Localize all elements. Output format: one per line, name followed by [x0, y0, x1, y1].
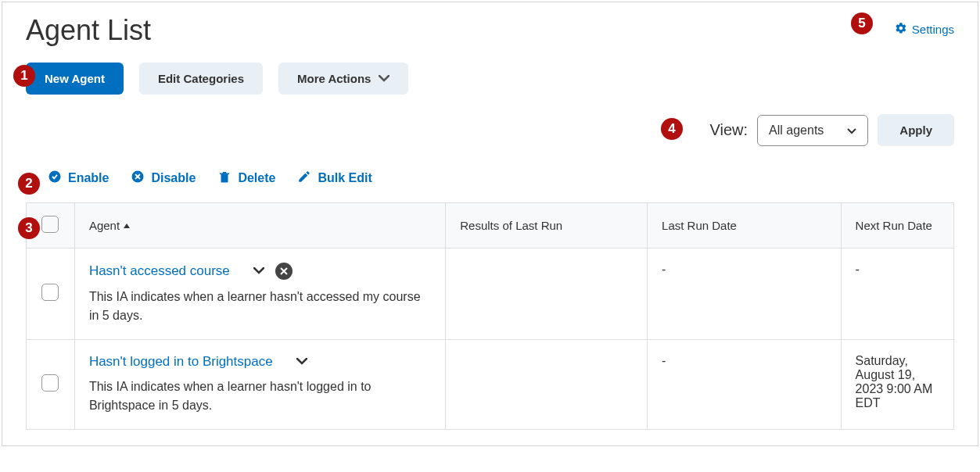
pencil-icon [297, 170, 311, 187]
apply-button[interactable]: Apply [878, 114, 954, 146]
chevron-down-icon [379, 72, 389, 85]
agent-name-link[interactable]: Hasn't logged in to Brightspace [89, 354, 273, 370]
x-circle-icon [131, 170, 145, 187]
chevron-down-icon[interactable] [253, 264, 264, 278]
view-label: View: [710, 121, 748, 139]
agent-description: This IA indicates when a learner hasn't … [89, 377, 431, 415]
enable-label: Enable [68, 171, 109, 185]
table-row: Hasn't accessed course This IA indicates… [27, 249, 954, 340]
bulk-edit-action[interactable]: Bulk Edit [297, 170, 372, 187]
select-all-checkbox[interactable] [41, 216, 59, 233]
annotation-badge-5: 5 [851, 13, 873, 34]
page-title: Agent List [26, 14, 151, 47]
annotation-badge-3: 3 [18, 217, 40, 239]
agents-table: Agent Results of Last Run Last Run Date … [26, 202, 954, 430]
new-agent-button[interactable]: New Agent [26, 63, 124, 95]
annotation-badge-1: 1 [13, 65, 35, 87]
bulk-edit-label: Bulk Edit [318, 171, 372, 185]
settings-label: Settings [912, 23, 954, 36]
settings-link[interactable]: Settings [895, 22, 954, 37]
cell-results [446, 340, 648, 430]
cell-next-run: - [841, 249, 953, 340]
enable-action[interactable]: Enable [48, 170, 109, 187]
agent-name-link[interactable]: Hasn't accessed course [89, 263, 230, 279]
annotation-badge-4: 4 [661, 118, 683, 140]
chevron-down-icon[interactable] [296, 355, 307, 369]
agent-description: This IA indicates when a learner hasn't … [89, 288, 431, 325]
gear-icon [895, 22, 907, 37]
cell-last-run: - [648, 340, 842, 430]
cell-last-run: - [648, 249, 842, 340]
disabled-icon [275, 263, 293, 280]
row-checkbox[interactable] [41, 374, 59, 392]
chevron-down-icon [847, 123, 856, 138]
column-header-last-run: Last Run Date [648, 203, 842, 249]
view-select[interactable]: All agents [757, 115, 868, 146]
table-row: Hasn't logged in to Brightspace This IA … [27, 340, 954, 430]
cell-results [446, 249, 648, 340]
column-header-agent[interactable]: Agent [89, 219, 120, 232]
delete-action[interactable]: Delete [217, 170, 275, 187]
disable-label: Disable [151, 171, 196, 185]
column-header-next-run: Next Run Date [841, 203, 953, 249]
column-header-results: Results of Last Run [446, 203, 648, 249]
disable-action[interactable]: Disable [131, 170, 196, 187]
sort-ascending-icon [123, 219, 131, 232]
edit-categories-button[interactable]: Edit Categories [139, 63, 263, 95]
view-selected-value: All agents [769, 123, 824, 138]
trash-icon [217, 170, 232, 187]
cell-next-run: Saturday, August 19, 2023 9:00 AM EDT [841, 340, 953, 430]
check-circle-icon [48, 170, 62, 187]
annotation-badge-2: 2 [18, 173, 40, 195]
more-actions-label: More Actions [297, 72, 371, 85]
delete-label: Delete [238, 171, 275, 185]
more-actions-button[interactable]: More Actions [278, 63, 408, 95]
row-checkbox[interactable] [41, 284, 59, 301]
